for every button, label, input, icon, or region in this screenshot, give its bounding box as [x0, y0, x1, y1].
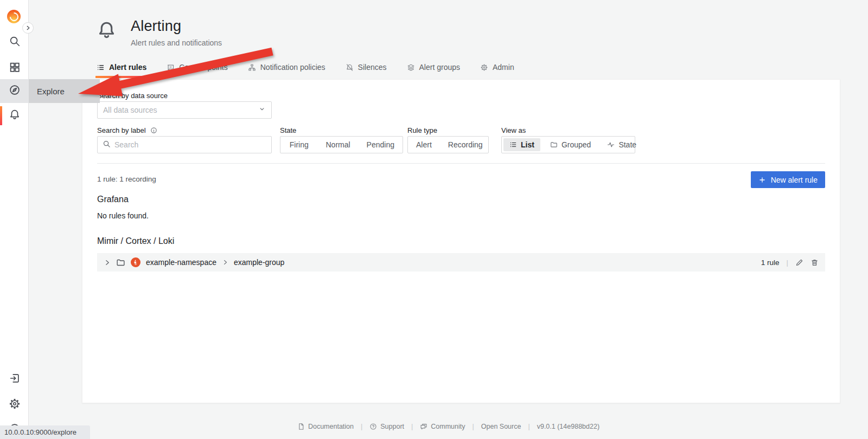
rule-type-option-alert[interactable]: Alert — [408, 137, 440, 153]
alerting-tabs: Alert rules Contact points Notification … — [97, 57, 514, 77]
sidebar-item-alerting[interactable] — [8, 108, 22, 122]
filters-divider — [97, 163, 825, 164]
dashboards-grid-icon — [9, 61, 21, 75]
delete-trash-icon[interactable] — [810, 259, 819, 267]
active-tab-underline — [95, 76, 148, 78]
label-search-label: Search by label — [97, 126, 157, 135]
view-as-group: List Grouped State — [501, 136, 635, 153]
view-as-label: View as — [501, 126, 526, 134]
sidebar — [0, 0, 29, 439]
explore-flyout[interactable]: Explore — [29, 79, 100, 103]
tab-silences[interactable]: Silences — [346, 57, 387, 77]
footer-separator: | — [528, 423, 529, 430]
sidebar-item-dashboards[interactable] — [8, 61, 22, 75]
footer-open-source[interactable]: Open Source — [481, 423, 521, 430]
view-as-option-state[interactable]: State — [599, 137, 644, 153]
footer-link-documentation[interactable]: Documentation — [297, 423, 354, 430]
grafana-logo-icon[interactable] — [7, 10, 21, 23]
comments-icon — [420, 423, 427, 430]
list-icon — [97, 63, 105, 72]
expand-chevron-icon[interactable] — [104, 259, 111, 266]
row-separator: | — [787, 259, 788, 267]
datasource-filter-label: Search by data source — [97, 92, 168, 100]
tab-alert-rules[interactable]: Alert rules — [97, 57, 146, 77]
grafana-alerting-page: Explore 10.0.0.10:9000/explore Alerting … — [0, 0, 868, 439]
rule-count-summary: 1 rule: 1 recording — [97, 175, 156, 183]
datasource-select[interactable]: All data sources — [97, 101, 272, 119]
status-url: 10.0.0.10:9000/explore — [4, 428, 76, 436]
question-circle-icon — [369, 423, 377, 430]
search-icon — [103, 140, 111, 150]
app-footer: Documentation | Support | Community | Op… — [29, 423, 868, 430]
rule-type-filter-label: Rule type — [407, 126, 437, 134]
footer-link-support[interactable]: Support — [369, 423, 404, 430]
sidebar-item-explore[interactable] — [8, 84, 22, 98]
footer-link-community[interactable]: Community — [420, 423, 465, 430]
tab-admin[interactable]: Admin — [480, 57, 514, 77]
link-preview-status-bar: 10.0.0.10:9000/explore — [0, 425, 90, 439]
sidebar-expand-button[interactable] — [22, 22, 34, 34]
row-actions: 1 rule | — [761, 259, 819, 267]
tab-label: Alert rules — [109, 63, 146, 72]
alerting-bell-icon — [97, 20, 117, 42]
info-circle-icon[interactable] — [150, 127, 157, 135]
gear-icon — [9, 398, 21, 412]
tab-notification-policies[interactable]: Notification policies — [248, 57, 326, 77]
grafana-empty-text: No rules found. — [97, 211, 149, 220]
section-heading-mimir: Mimir / Cortex / Loki — [97, 236, 174, 246]
row-rule-count: 1 rule — [761, 259, 780, 267]
state-filter-label: State — [280, 126, 296, 134]
group-name: example-group — [234, 258, 284, 267]
datasource-select-value: All data sources — [103, 106, 157, 114]
compass-icon — [9, 84, 21, 98]
rule-group-row[interactable]: example-namespace example-group 1 rule | — [97, 253, 825, 272]
chevron-right-icon — [25, 23, 31, 33]
footer-version: v9.0.1 (14e988bd22) — [537, 423, 599, 430]
edit-pencil-icon[interactable] — [795, 259, 803, 267]
layer-group-icon — [407, 63, 415, 72]
label-search-input[interactable] — [114, 140, 266, 149]
namespace-name: example-namespace — [146, 258, 216, 267]
document-icon — [297, 423, 305, 430]
sitemap-icon — [248, 63, 256, 72]
chevron-right-icon — [222, 259, 228, 266]
list-icon — [509, 141, 517, 149]
bell-slash-icon — [346, 63, 354, 72]
plus-icon — [758, 176, 766, 184]
sidebar-item-configuration[interactable] — [8, 398, 22, 412]
explore-flyout-label: Explore — [37, 87, 65, 96]
prometheus-icon — [131, 257, 141, 267]
view-as-option-grouped[interactable]: Grouped — [542, 137, 599, 153]
tab-label: Contact points — [179, 63, 228, 72]
tab-label: Notification policies — [260, 63, 326, 72]
folder-icon — [550, 141, 558, 149]
page-header: Alerting Alert rules and notifications — [97, 18, 222, 47]
tab-alert-groups[interactable]: Alert groups — [407, 57, 460, 77]
tab-label: Silences — [358, 63, 387, 72]
activity-icon — [607, 141, 615, 149]
state-option-pending[interactable]: Pending — [359, 137, 403, 153]
section-heading-grafana: Grafana — [97, 195, 129, 204]
page-title: Alerting — [131, 18, 222, 35]
footer-separator: | — [361, 423, 362, 430]
footer-separator: | — [411, 423, 413, 430]
gear-icon — [480, 63, 488, 72]
tab-contact-points[interactable]: Contact points — [167, 57, 228, 77]
comment-share-icon — [167, 63, 175, 72]
view-as-option-list[interactable]: List — [503, 138, 540, 151]
tab-label: Admin — [493, 63, 514, 72]
new-alert-rule-button[interactable]: New alert rule — [751, 171, 825, 188]
footer-separator: | — [473, 423, 474, 430]
rule-type-option-recording[interactable]: Recording — [440, 137, 491, 153]
active-section-indicator — [0, 106, 2, 125]
state-filter-group: Firing Normal Pending — [280, 136, 403, 153]
page-subtitle: Alert rules and notifications — [131, 38, 222, 47]
state-option-normal[interactable]: Normal — [317, 137, 358, 153]
sidebar-item-search[interactable] — [8, 35, 22, 49]
sidebar-item-sign-in[interactable] — [8, 372, 22, 386]
search-icon — [9, 35, 21, 49]
state-option-firing[interactable]: Firing — [280, 137, 317, 153]
folder-icon — [116, 258, 125, 267]
sign-in-icon — [9, 372, 21, 386]
rule-type-filter-group: Alert Recording — [407, 136, 489, 153]
